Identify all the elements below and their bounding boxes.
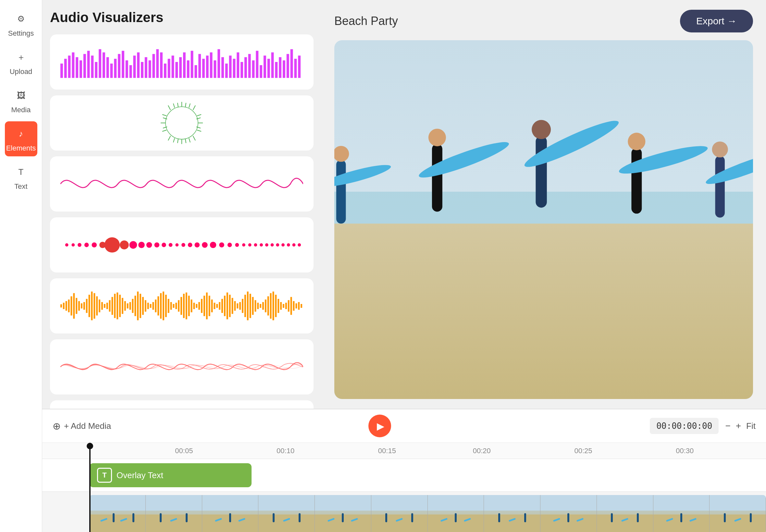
add-media-button[interactable]: ⊕ + Add Media	[53, 420, 111, 432]
video-thumb-4	[258, 495, 315, 532]
svg-point-232	[532, 120, 551, 139]
svg-rect-133	[89, 295, 90, 317]
beach-scene	[334, 40, 753, 399]
sidebar-label-elements: Elements	[6, 144, 36, 152]
video-thumb-10	[597, 495, 653, 532]
svg-point-106	[202, 242, 208, 248]
svg-rect-136	[96, 296, 98, 315]
svg-rect-40	[213, 60, 216, 78]
svg-rect-148	[127, 303, 128, 308]
sidebar-item-settings[interactable]: ⚙ Settings	[5, 6, 37, 42]
fit-button[interactable]: Fit	[746, 421, 756, 431]
svg-rect-209	[283, 304, 284, 308]
playhead-handle	[87, 443, 93, 449]
svg-rect-125	[68, 299, 70, 312]
svg-rect-156	[147, 303, 149, 309]
svg-rect-184	[219, 302, 220, 310]
svg-rect-203	[267, 296, 269, 315]
svg-line-77	[162, 130, 166, 131]
svg-rect-49	[248, 54, 251, 78]
svg-line-76	[173, 138, 175, 142]
svg-rect-18	[129, 65, 132, 78]
svg-rect-181	[211, 299, 213, 312]
svg-line-79	[173, 103, 175, 108]
svg-rect-48	[244, 57, 247, 78]
svg-rect-201	[262, 302, 264, 310]
svg-rect-55	[271, 52, 274, 78]
svg-rect-182	[213, 303, 215, 309]
svg-line-87	[177, 103, 178, 107]
svg-line-83	[185, 139, 186, 143]
video-track-strip[interactable]	[89, 495, 766, 532]
svg-rect-198	[254, 300, 256, 311]
svg-rect-145	[119, 295, 121, 317]
svg-rect-149	[129, 302, 131, 310]
add-media-label: + Add Media	[64, 421, 111, 431]
svg-rect-38	[206, 55, 209, 78]
svg-rect-4	[76, 57, 78, 78]
visualizer-card-circle[interactable]	[50, 95, 313, 151]
svg-rect-26	[160, 52, 163, 78]
visualizer-card-bars[interactable]	[50, 34, 313, 90]
svg-rect-122	[60, 304, 62, 308]
svg-point-112	[248, 243, 251, 247]
svg-rect-189	[232, 298, 233, 314]
svg-rect-153	[140, 294, 141, 318]
svg-rect-127	[73, 293, 75, 319]
svg-line-69	[168, 136, 170, 140]
svg-rect-193	[242, 299, 243, 313]
svg-rect-137	[99, 299, 100, 312]
svg-rect-17	[126, 60, 128, 78]
svg-point-94	[104, 237, 120, 252]
upload-icon: ＋	[13, 49, 30, 66]
visualizer-card-wave[interactable]	[50, 156, 313, 212]
visualizer-card-multiwave[interactable]	[50, 339, 313, 394]
export-button[interactable]: Export →	[680, 10, 753, 32]
svg-rect-213	[293, 301, 295, 311]
svg-rect-60	[290, 49, 293, 78]
svg-rect-45	[233, 59, 235, 78]
sidebar-label-settings: Settings	[8, 29, 34, 38]
svg-rect-31	[179, 57, 182, 78]
visualizer-card-waveform[interactable]	[50, 278, 313, 333]
svg-rect-158	[152, 302, 154, 310]
sidebar-item-media[interactable]: 🖼 Media	[5, 83, 37, 118]
play-button[interactable]: ▶	[368, 415, 391, 437]
svg-point-120	[292, 243, 296, 247]
panel: Audio Visualizers	[42, 0, 321, 409]
svg-rect-167	[175, 303, 177, 309]
svg-rect-16	[122, 51, 124, 78]
svg-rect-126	[70, 296, 72, 315]
multiwave-visualizer	[60, 352, 303, 381]
visualizer-card-humps[interactable]	[50, 400, 313, 409]
svg-rect-171	[186, 293, 187, 320]
svg-rect-178	[203, 296, 205, 316]
video-thumb-2	[146, 495, 202, 532]
visualizer-card-dots[interactable]	[50, 217, 313, 272]
ruler-marks-area: 00:05 00:10 00:15 00:20 00:25 00:30	[89, 443, 766, 459]
sidebar-item-text[interactable]: T Text	[5, 160, 37, 195]
svg-point-104	[188, 243, 192, 247]
svg-point-229	[429, 129, 446, 146]
svg-point-103	[181, 243, 185, 247]
svg-rect-228	[432, 144, 443, 212]
sidebar-item-elements[interactable]: ♪ Elements	[5, 121, 37, 156]
svg-rect-159	[155, 299, 156, 312]
svg-rect-41	[217, 49, 220, 78]
svg-rect-23	[149, 60, 151, 78]
svg-line-80	[185, 103, 186, 107]
ruler-mark-25s: 00:25	[575, 447, 592, 455]
svg-rect-58	[283, 60, 285, 78]
svg-point-117	[276, 243, 279, 247]
svg-rect-2	[68, 55, 71, 78]
zoom-out-button[interactable]: −	[725, 421, 730, 431]
text-track-item[interactable]: T Overlay Text	[89, 463, 251, 487]
svg-rect-166	[173, 304, 174, 308]
sidebar-item-upload[interactable]: ＋ Upload	[5, 45, 37, 80]
zoom-in-button[interactable]: +	[736, 421, 741, 431]
ruler-mark-20s: 00:20	[473, 447, 491, 455]
svg-rect-33	[187, 60, 189, 78]
svg-rect-206	[275, 295, 276, 317]
svg-rect-54	[267, 59, 270, 78]
playhead[interactable]	[89, 443, 91, 532]
